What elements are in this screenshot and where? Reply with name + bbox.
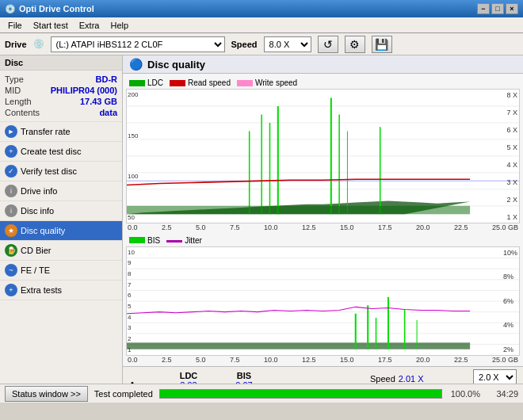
chart-legend-top: LDC Read speed Write speed bbox=[126, 77, 520, 89]
sidebar-item-extra-tests[interactable]: + Extra tests bbox=[0, 281, 122, 300]
disc-mid-row: MID PHILIPR04 (000) bbox=[5, 85, 117, 96]
content-header: 🔵 Disc quality bbox=[123, 55, 523, 74]
status-text: Test completed bbox=[94, 389, 153, 399]
y-axis-bottom-left: 10 9 8 7 6 5 4 3 2 1 bbox=[128, 247, 135, 355]
stats-area: LDC BIS Avg 3.93 0.07 Max 158 4 bbox=[123, 366, 523, 384]
legend-bis: BIS bbox=[129, 236, 160, 245]
close-button[interactable]: × bbox=[506, 3, 518, 14]
settings-button[interactable]: ⚙ bbox=[345, 36, 365, 53]
y-axis-top-left: 200 150 100 50 bbox=[128, 90, 138, 223]
x-axis-top-labels: 0.0 2.5 5.0 7.5 10.0 12.5 15.0 17.5 20.0… bbox=[126, 223, 520, 231]
stats-left: LDC BIS Avg 3.93 0.07 Max 158 4 bbox=[129, 371, 272, 384]
verify-test-disc-icon: ✓ bbox=[5, 165, 17, 178]
titlebar: 💿 Opti Drive Control − □ × bbox=[0, 0, 523, 17]
legend-write-color bbox=[237, 80, 253, 86]
main-area: Disc Type BD-R MID PHILIPR04 (000) Lengt… bbox=[0, 55, 523, 384]
chart-bottom-svg bbox=[127, 247, 519, 355]
app-icon: 💿 bbox=[5, 4, 16, 14]
sidebar-item-transfer-rate[interactable]: ► Transfer rate bbox=[0, 122, 122, 142]
sidebar-item-disc-info[interactable]: i Disc info bbox=[0, 201, 122, 221]
sidebar: Disc Type BD-R MID PHILIPR04 (000) Lengt… bbox=[0, 55, 123, 384]
bis-col-header: BIS bbox=[216, 371, 272, 380]
maximize-button[interactable]: □ bbox=[491, 3, 504, 14]
legend-bis-label: BIS bbox=[147, 236, 160, 245]
stats-row: LDC BIS Avg 3.93 0.07 Max 158 4 bbox=[129, 369, 517, 384]
menu-start-test[interactable]: Start test bbox=[29, 20, 73, 31]
minimize-button[interactable]: − bbox=[477, 3, 490, 14]
avg-row-label: Avg bbox=[129, 380, 161, 384]
verify-test-disc-label: Verify test disc bbox=[21, 166, 77, 176]
drivebar: Drive 💿 (L:) ATAPI iHBS112 2 CL0F Speed … bbox=[0, 33, 523, 55]
speed-select[interactable]: 8.0 X bbox=[264, 36, 311, 52]
speed-info-row: Speed 2.01 X bbox=[370, 374, 437, 384]
fe-te-label: FE / TE bbox=[21, 265, 50, 275]
extra-tests-icon: + bbox=[5, 284, 17, 296]
stats-right-info: Speed 2.01 X Position 17843 Samples 2854… bbox=[370, 374, 437, 384]
legend-read: Read speed bbox=[170, 78, 231, 87]
sidebar-item-verify-test-disc[interactable]: ✓ Verify test disc bbox=[0, 162, 122, 181]
disc-type-value: BD-R bbox=[96, 74, 118, 84]
cd-bier-icon: 🍺 bbox=[5, 244, 17, 257]
legend-ldc-label: LDC bbox=[147, 78, 163, 87]
drive-select[interactable]: (L:) ATAPI iHBS112 2 CL0F bbox=[51, 36, 225, 52]
progress-bar-inner bbox=[160, 390, 441, 398]
x-axis-bottom-labels: 0.0 2.5 5.0 7.5 10.0 12.5 15.0 17.5 20.0… bbox=[126, 356, 520, 364]
y-axis-top-right: 8 X 7 X 6 X 5 X 4 X 3 X 2 X 1 X bbox=[506, 90, 517, 223]
disc-quality-icon: ★ bbox=[5, 224, 17, 237]
sidebar-item-fe-te[interactable]: ~ FE / TE bbox=[0, 261, 122, 281]
refresh-button[interactable]: ↺ bbox=[318, 36, 338, 53]
disc-contents-row: Contents data bbox=[5, 107, 117, 118]
sidebar-item-create-test-disc[interactable]: + Create test disc bbox=[0, 142, 122, 162]
chart-top-svg bbox=[127, 90, 519, 223]
disc-type-row: Type BD-R bbox=[5, 74, 117, 85]
legend-ldc: LDC bbox=[129, 78, 163, 87]
disc-quality-label: Disc quality bbox=[21, 226, 65, 235]
sidebar-item-disc-quality[interactable]: ★ Disc quality bbox=[0, 221, 122, 241]
disc-info-icon: i bbox=[5, 204, 17, 217]
legend-read-color bbox=[170, 80, 185, 86]
drive-label: Drive bbox=[5, 40, 27, 49]
disc-mid-value: PHILIPR04 (000) bbox=[51, 86, 117, 95]
fe-te-icon: ~ bbox=[5, 264, 17, 277]
avg-ldc-value: 3.93 bbox=[161, 380, 216, 384]
ldc-col-header: LDC bbox=[161, 371, 216, 380]
legend-jitter-label: Jitter bbox=[185, 236, 202, 245]
chart-bottom: 10 9 8 7 6 5 4 3 2 1 bbox=[126, 246, 520, 356]
disc-type-label: Type bbox=[5, 74, 24, 84]
chart-bottom-wrap: 10 9 8 7 6 5 4 3 2 1 bbox=[126, 246, 520, 364]
speed-info-value: 2.01 X bbox=[399, 374, 424, 384]
extra-tests-label: Extra tests bbox=[21, 285, 62, 295]
speed-label: Speed bbox=[231, 40, 258, 49]
statusbar: Status window >> Test completed 100.0% 3… bbox=[0, 384, 523, 403]
chart-top-wrap: 200 150 100 50 8 X 7 X 6 X 5 X 4 X bbox=[126, 89, 520, 231]
menubar: File Start test Extra Help bbox=[0, 17, 523, 33]
legend-write-label: Write speed bbox=[255, 78, 297, 87]
disc-quality-header-icon: 🔵 bbox=[129, 58, 143, 71]
save-button[interactable]: 💾 bbox=[372, 36, 392, 53]
sidebar-item-cd-bier[interactable]: 🍺 CD Bier bbox=[0, 241, 122, 261]
legend-bis-color bbox=[129, 237, 145, 243]
create-test-disc-label: Create test disc bbox=[21, 147, 81, 156]
create-test-disc-icon: + bbox=[5, 145, 17, 158]
drive-info-icon: i bbox=[5, 185, 17, 197]
drive-info-label: Drive info bbox=[21, 186, 57, 196]
disc-length-value: 17.43 GB bbox=[80, 97, 117, 106]
legend-ldc-color bbox=[129, 80, 145, 86]
speed-select2[interactable]: 2.0 X bbox=[473, 369, 517, 384]
chart-legend-bottom: BIS Jitter bbox=[126, 235, 520, 246]
time-text: 34:29 bbox=[487, 389, 518, 399]
menu-help[interactable]: Help bbox=[105, 20, 133, 31]
chart-top: 200 150 100 50 8 X 7 X 6 X 5 X 4 X bbox=[126, 89, 520, 223]
legend-read-label: Read speed bbox=[188, 78, 231, 87]
disc-contents-value: data bbox=[99, 108, 117, 117]
status-window-button[interactable]: Status window >> bbox=[5, 386, 88, 402]
progress-text: 100.0% bbox=[449, 389, 480, 399]
sidebar-item-drive-info[interactable]: i Drive info bbox=[0, 181, 122, 201]
y-axis-bottom-right: 10% 8% 6% 4% 2% bbox=[503, 247, 517, 355]
legend-jitter: Jitter bbox=[166, 236, 202, 245]
transfer-rate-icon: ► bbox=[5, 125, 17, 138]
disc-section-label: Disc bbox=[0, 55, 122, 71]
menu-file[interactable]: File bbox=[3, 20, 27, 31]
speed-info-label: Speed bbox=[370, 374, 395, 384]
menu-extra[interactable]: Extra bbox=[74, 20, 105, 31]
